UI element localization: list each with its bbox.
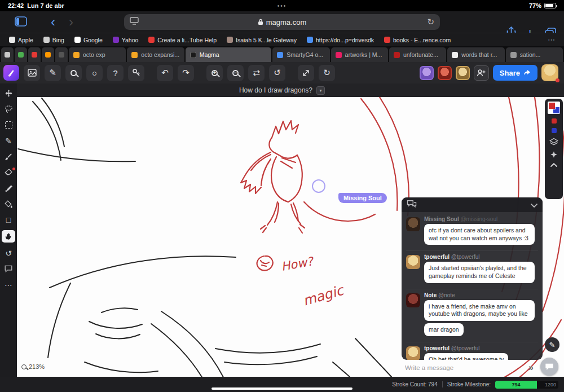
tab-octo-expansion[interactable]: octo expansi... (127, 47, 184, 62)
clock-and-date: 22:42 Lun 7 de abr (8, 2, 64, 9)
help-button[interactable]: ? (107, 65, 124, 81)
collaborator-avatar[interactable] (456, 66, 470, 80)
prompt-row: How do I draw dragons? ▾ (0, 83, 564, 97)
tab-magma-active[interactable]: Magma (186, 47, 272, 62)
zoom-level-indicator[interactable]: 213% (21, 363, 45, 370)
mini-tab[interactable] (55, 47, 68, 62)
bookmark-apple[interactable]: Apple (9, 37, 33, 43)
primary-color-swatch[interactable] (548, 102, 556, 109)
add-person-button[interactable] (474, 65, 489, 81)
bookmarks-more-icon[interactable]: ⋯ (548, 36, 555, 44)
mini-tab[interactable] (15, 47, 27, 62)
bookmark-google[interactable]: Google (74, 37, 103, 43)
drive-icon (307, 37, 313, 43)
refresh-button[interactable]: ↻ (319, 65, 335, 81)
sidebar-icon[interactable] (8, 15, 34, 29)
chat-message-input[interactable] (405, 364, 526, 371)
tab-smartyg4[interactable]: SmartyG4 o... (272, 47, 329, 62)
edit-fab-button[interactable]: ✎ (545, 337, 559, 352)
address-bar[interactable]: magma.com ↻ (124, 14, 440, 30)
google-icon (74, 37, 81, 43)
eraser-tool[interactable] (2, 167, 15, 178)
collapse-panel-icon[interactable] (550, 163, 557, 167)
rotate-button[interactable]: ↺ (269, 65, 285, 81)
back-button[interactable]: ‹ (44, 15, 62, 29)
chat-message-list[interactable]: Missing Soul @missing-soul ofc if ya don… (402, 212, 543, 360)
battery-icon (544, 3, 556, 8)
zoom-in-button[interactable]: + (206, 65, 223, 81)
chat-fab-button[interactable] (540, 358, 558, 376)
undo-tool[interactable]: ↺ (2, 248, 15, 258)
recent-color-blue[interactable] (552, 128, 557, 133)
key-button[interactable] (128, 65, 144, 81)
milestone-max: 1200 (545, 381, 556, 389)
tab-sation[interactable]: sation... (506, 47, 563, 62)
milestone-progress-fill: 794 (495, 381, 537, 389)
user-avatar[interactable] (541, 64, 558, 81)
pen-tool[interactable]: ✎ (2, 135, 15, 146)
recent-color-red[interactable] (552, 118, 557, 124)
forward-button[interactable]: › (62, 15, 80, 29)
chat-header[interactable] (402, 197, 543, 212)
mini-tab[interactable] (28, 47, 41, 62)
bookmark-yahoo[interactable]: Yahoo (113, 37, 139, 43)
tab-bar: octo exp octo expansi... Magma SmartyG4 … (0, 46, 564, 62)
move-tool[interactable] (2, 88, 15, 99)
fill-tool[interactable] (2, 199, 15, 209)
chat-bubble: Oh bet that'd be awesome ty (424, 353, 508, 360)
undo-button[interactable]: ↶ (157, 65, 173, 81)
canvas-magic-text: magic (301, 282, 346, 309)
chat-bubble: mar dragon (424, 323, 464, 337)
bookmark-books[interactable]: books - E...rence.com (384, 37, 451, 43)
chat-panel: Missing Soul @missing-soul ofc if ya don… (402, 197, 543, 360)
prompt-dropdown[interactable]: ▾ (316, 86, 325, 95)
milestone-progress-bar: 794 1200 (495, 381, 558, 389)
mini-tab[interactable] (1, 47, 14, 62)
tab-words[interactable]: words that r... (447, 47, 504, 62)
search-tool-button[interactable] (65, 65, 82, 81)
collaborator-avatar[interactable] (438, 66, 452, 80)
shape-tool[interactable]: □ (2, 214, 15, 225)
tab-octo-exp[interactable]: octo exp (69, 47, 126, 62)
more-tools-button[interactable]: ⋯ (2, 279, 15, 290)
layers-icon[interactable] (549, 138, 558, 146)
lasso-tool[interactable] (2, 104, 15, 114)
brush-tool[interactable] (2, 151, 15, 162)
chat-bubble: i have a friend, she make amv on youtube… (424, 300, 535, 321)
blend-tool[interactable] (2, 183, 15, 193)
tab-artworks[interactable]: artworks | M... (331, 47, 388, 62)
chat-bubbles-icon (407, 200, 417, 210)
collaborator-avatar[interactable] (420, 66, 434, 80)
drawing-canvas[interactable]: How? magic Missing Soul Missing Soul @mi… (17, 97, 564, 377)
color-swatches[interactable] (548, 102, 560, 114)
hand-tool-selected[interactable] (2, 230, 15, 243)
resize-button[interactable] (298, 65, 314, 81)
comment-tool[interactable] (2, 263, 15, 274)
bookmark-drive-link[interactable]: https://do...p=drivesdk (307, 37, 374, 43)
avatar (406, 293, 420, 307)
battery-percent: 77% (529, 2, 541, 9)
marquee-select-tool[interactable] (2, 120, 15, 130)
collaborator-cursor (312, 179, 325, 193)
image-tool-button[interactable] (24, 65, 40, 81)
chat-bubble: Just started opsiian's playlist, and the… (424, 262, 535, 283)
effects-icon[interactable] (550, 151, 558, 158)
shape-tool-button[interactable]: ○ (86, 65, 103, 81)
redo-button[interactable]: ↷ (178, 65, 194, 81)
send-message-icon[interactable]: » (526, 363, 536, 373)
tab-unfortunate[interactable]: unfortunate... (389, 47, 446, 62)
bookmark-bible-gateway[interactable]: Isaiah 5 K...le Gateway (227, 37, 297, 43)
magma-app-icon[interactable] (3, 65, 19, 81)
chat-collapse-icon[interactable] (531, 200, 537, 210)
chat-message: Missing Soul @missing-soul ofc if ya don… (406, 213, 538, 251)
zoom-out-button[interactable]: − (227, 65, 244, 81)
bookmark-bing[interactable]: Bing (43, 37, 64, 43)
bing-icon (43, 37, 50, 43)
share-button[interactable]: Share (493, 65, 537, 81)
pencil-tool-button[interactable]: ✎ (45, 65, 61, 81)
zoom-icon (21, 364, 27, 369)
swap-button[interactable]: ⇄ (248, 65, 265, 81)
mini-tab[interactable] (42, 47, 54, 62)
home-indicator[interactable] (211, 387, 352, 390)
bookmark-youtube-help[interactable]: Create a li...Tube Help (148, 37, 217, 43)
